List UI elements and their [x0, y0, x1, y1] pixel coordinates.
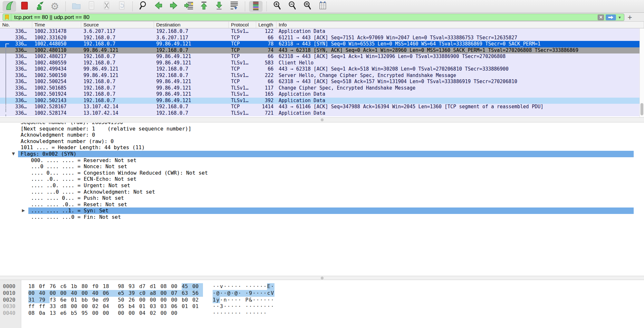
detail-line[interactable]: Acknowledgment number: 0	[0, 132, 644, 138]
ascii-char[interactable]: ·	[264, 310, 267, 317]
hex-byte[interactable]: 03	[150, 303, 160, 310]
packet-row[interactable]: 336…1002.500254192.168.0.799.86.49.121TC…	[0, 79, 639, 85]
ascii-char[interactable]: ·	[238, 297, 242, 304]
auto-scroll-button[interactable]	[227, 1, 241, 12]
hex-byte[interactable]: 00	[129, 310, 139, 317]
column-header-proto[interactable]: Protocol	[229, 22, 256, 28]
ascii-char[interactable]: ·	[249, 283, 253, 290]
detail-line[interactable]: 1011 .... = Header Length: 44 bytes (11)	[0, 144, 644, 151]
packet-row[interactable]: 336…1002.480217192.168.0.799.86.49.121TC…	[0, 53, 639, 60]
packet-row[interactable]: 336…1002.331620192.168.0.73.6.207.117TCP…	[0, 35, 639, 41]
hex-byte[interactable]: 01	[139, 303, 150, 310]
collapse-triangle-icon[interactable]: ▼	[12, 151, 15, 157]
open-file-button[interactable]	[70, 1, 83, 12]
ascii-char[interactable]: ·	[249, 310, 253, 317]
hex-byte[interactable]: 18	[103, 283, 113, 290]
ascii-char[interactable]: ·	[220, 297, 224, 304]
ascii-char[interactable]: ·	[227, 297, 231, 304]
hex-byte[interactable]: 02	[150, 310, 160, 317]
hex-byte[interactable]: 00	[28, 290, 39, 297]
hex-byte[interactable]: d7	[139, 283, 150, 290]
ascii-char[interactable]: ·	[231, 310, 234, 317]
hex-byte[interactable]: 00	[160, 297, 171, 304]
ascii-char[interactable]: ·	[267, 297, 271, 304]
ascii-char[interactable]: ·	[242, 283, 249, 290]
ascii-char[interactable]: ·	[235, 310, 238, 317]
ascii-char[interactable]: ·	[235, 303, 238, 310]
hex-byte[interactable]: 50	[113, 297, 129, 304]
ascii-char[interactable]: @	[216, 290, 220, 297]
detail-line[interactable]: Acknowledgment number (raw): 0	[0, 138, 644, 145]
packet-row[interactable]: 336…1002.48011099.86.49.121192.168.0.7TC…	[0, 47, 639, 54]
ascii-char[interactable]: v	[220, 283, 224, 290]
hex-byte[interactable]: 01	[192, 303, 203, 310]
ascii-char[interactable]: 3	[220, 303, 224, 310]
ascii-char[interactable]: ·	[256, 303, 260, 310]
hex-byte[interactable]: 00	[82, 290, 92, 297]
packet-row[interactable]: 336…1002.3314783.6.207.117192.168.0.7TLS…	[0, 28, 639, 35]
go-to-packet-button[interactable]	[182, 1, 196, 12]
hex-byte[interactable]: 00	[171, 310, 182, 317]
list-details-splitter[interactable]	[0, 117, 644, 122]
hex-byte[interactable]: 00	[160, 290, 171, 297]
hex-byte[interactable]: 08	[28, 310, 39, 317]
ascii-char[interactable]: @	[235, 290, 238, 297]
ascii-char[interactable]: ·	[227, 303, 231, 310]
restart-capture-button[interactable]	[33, 1, 46, 12]
close-file-button[interactable]	[100, 1, 113, 12]
detail-line[interactable]: .... .... .0.. = Reset: Not set	[0, 201, 644, 208]
resize-columns-button[interactable]	[316, 1, 330, 12]
column-header-source[interactable]: Source	[81, 22, 154, 28]
ascii-char[interactable]: ·	[242, 310, 249, 317]
filter-add-button[interactable]: +	[624, 14, 635, 21]
ascii-char[interactable]: ·	[216, 310, 220, 317]
detail-line[interactable]: ...0 .... .... = Nonce: Not set	[0, 163, 644, 170]
start-capture-button[interactable]	[3, 1, 16, 12]
ascii-char[interactable]: 9	[249, 290, 253, 297]
hex-byte[interactable]: d1	[150, 283, 160, 290]
packet-row[interactable]: 336…1002.50015099.86.49.121192.168.0.7TL…	[0, 72, 639, 79]
ascii-char[interactable]: ·	[253, 283, 256, 290]
ascii-char[interactable]: ·	[238, 303, 242, 310]
ascii-char[interactable]: ·	[224, 290, 227, 297]
hex-byte[interactable]: 00	[82, 303, 92, 310]
ascii-char[interactable]: V	[271, 290, 274, 297]
ascii-char[interactable]: ·	[235, 283, 238, 290]
hex-byte[interactable]: 00	[113, 310, 129, 317]
ascii-char[interactable]: E	[267, 283, 271, 290]
hex-byte[interactable]: 26	[129, 297, 139, 304]
hex-byte[interactable]: 06	[171, 303, 182, 310]
expand-triangle-icon[interactable]: ▶	[22, 207, 25, 214]
ascii-char[interactable]: ·	[224, 303, 227, 310]
hex-byte[interactable]: 00	[92, 310, 103, 317]
hex-byte[interactable]: 40	[92, 290, 103, 297]
hex-byte[interactable]: 93	[129, 283, 139, 290]
hex-byte[interactable]: 79	[39, 297, 50, 304]
ascii-char[interactable]: &	[249, 297, 253, 304]
filter-expression-text[interactable]: tcp.port == 80 || udp.port == 80	[11, 14, 598, 21]
ascii-char[interactable]: ·	[238, 310, 242, 317]
hex-byte[interactable]: 06	[103, 290, 113, 297]
display-filter-input[interactable]: tcp.port == 80 || udp.port == 80 ✕ ▼	[3, 14, 624, 21]
packet-row[interactable]: 336…1002.448050192.168.0.799.86.49.121TC…	[0, 41, 639, 47]
ascii-char[interactable]: ·	[231, 283, 234, 290]
hex-byte[interactable]: b4	[129, 303, 139, 310]
ascii-char[interactable]: ·	[213, 290, 216, 297]
ascii-char[interactable]: ·	[271, 297, 274, 304]
go-forward-button[interactable]	[167, 1, 180, 12]
ascii-char[interactable]: ·	[216, 303, 220, 310]
hex-byte[interactable]: 1b	[71, 283, 82, 290]
ascii-char[interactable]: ·	[224, 283, 227, 290]
hex-byte[interactable]: 04	[103, 303, 113, 310]
hex-byte[interactable]: d8	[60, 303, 71, 310]
packet-row[interactable]: 336…1002.52817413.107.42.14192.168.0.7TL…	[0, 110, 639, 117]
hex-byte[interactable]: e6	[60, 310, 71, 317]
ascii-char[interactable]: ·	[253, 290, 256, 297]
hex-byte[interactable]: 00	[150, 297, 160, 304]
ascii-char[interactable]: ·	[231, 297, 234, 304]
hex-byte[interactable]: 0a	[39, 310, 50, 317]
column-header-dest[interactable]: Destination	[154, 22, 229, 28]
detail-line[interactable]: .... .... ...0 = Fin: Not set	[0, 214, 644, 220]
hex-byte[interactable]: 31	[28, 297, 39, 304]
save-file-button[interactable]	[85, 1, 98, 12]
